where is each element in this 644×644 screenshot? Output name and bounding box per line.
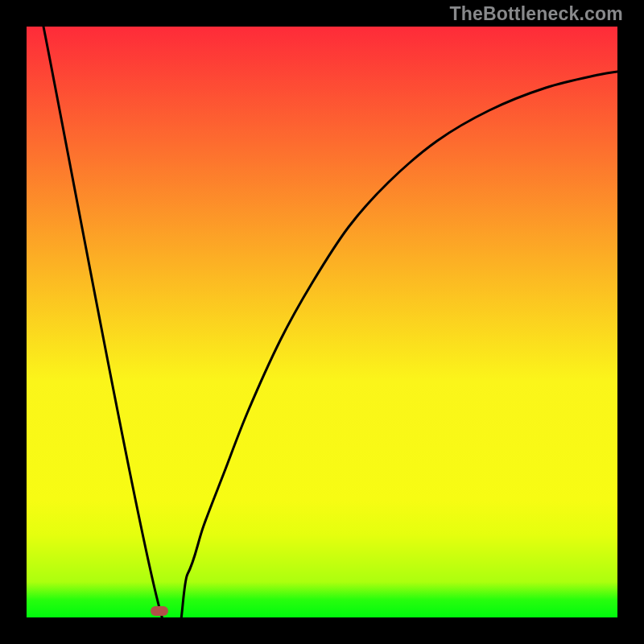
watermark-text: TheBottleneck.com — [449, 3, 623, 25]
curve-path — [43, 27, 617, 617]
bottleneck-curve — [27, 27, 617, 617]
bottleneck-marker — [151, 606, 168, 616]
chart-frame: TheBottleneck.com — [0, 0, 644, 644]
